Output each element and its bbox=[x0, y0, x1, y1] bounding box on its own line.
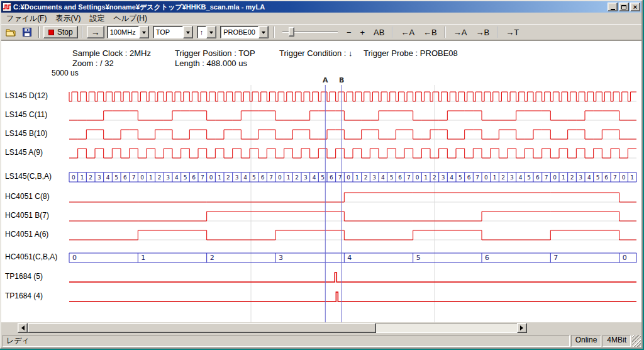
svg-text:2: 2 bbox=[501, 174, 505, 181]
svg-text:6: 6 bbox=[467, 174, 471, 181]
svg-text:A: A bbox=[323, 76, 328, 84]
sample-clock-select[interactable]: 100MHz bbox=[107, 26, 149, 38]
scrollbar-track[interactable] bbox=[376, 323, 517, 333]
svg-text:2: 2 bbox=[570, 174, 574, 181]
chevron-down-icon[interactable] bbox=[139, 26, 149, 38]
menu-help[interactable]: ヘルプ(H) bbox=[109, 13, 152, 25]
status-message: レディ bbox=[3, 335, 570, 347]
toolbar: Stop → 100MHz TOP ↑ PROBE00 − + AB ←A ←B bbox=[1, 24, 641, 40]
zoom-slider-thumb[interactable] bbox=[289, 27, 294, 37]
svg-text:6: 6 bbox=[261, 174, 265, 181]
svg-text:6: 6 bbox=[536, 174, 540, 181]
sample-clock-value: 100MHz bbox=[107, 26, 139, 38]
zoom-out-button[interactable]: − bbox=[343, 26, 355, 38]
open-button[interactable] bbox=[3, 26, 18, 38]
svg-text:4: 4 bbox=[347, 254, 352, 262]
svg-text:3: 3 bbox=[97, 174, 101, 181]
close-button[interactable]: × bbox=[630, 3, 640, 11]
chevron-down-icon[interactable] bbox=[206, 26, 216, 38]
status-bar: レディ Online 4MBit bbox=[1, 334, 641, 347]
svg-text:0: 0 bbox=[623, 254, 627, 262]
app-icon bbox=[3, 3, 11, 11]
svg-text:1: 1 bbox=[493, 174, 497, 181]
run-button[interactable]: → bbox=[87, 26, 104, 38]
svg-text:1: 1 bbox=[562, 174, 565, 181]
svg-text:3: 3 bbox=[304, 174, 308, 181]
scroll-right-button[interactable] bbox=[517, 323, 527, 333]
goto-marker-a-right-button[interactable]: →A bbox=[450, 26, 471, 38]
svg-text:6: 6 bbox=[485, 254, 489, 262]
svg-text:6: 6 bbox=[398, 174, 402, 181]
svg-text:1: 1 bbox=[80, 174, 84, 181]
svg-text:0: 0 bbox=[484, 174, 488, 181]
stop-button-label: Stop bbox=[57, 28, 73, 37]
scroll-left-button[interactable] bbox=[18, 323, 28, 333]
menu-bar: ファイル(F) 表示(V) 設定 ヘルプ(H) bbox=[1, 13, 641, 24]
chevron-down-icon[interactable] bbox=[258, 26, 269, 38]
svg-text:7: 7 bbox=[201, 174, 204, 181]
toolbar-separator bbox=[274, 26, 275, 38]
status-memory: 4MBit bbox=[602, 335, 631, 347]
app-window: C:¥Documents and Settings¥noname¥デスクトップ¥… bbox=[0, 0, 643, 349]
svg-text:3: 3 bbox=[372, 174, 376, 181]
svg-text:0: 0 bbox=[140, 174, 144, 181]
zoom-slider[interactable] bbox=[281, 26, 339, 38]
trigger-probe-value: PROBE00 bbox=[220, 26, 258, 38]
svg-text:0: 0 bbox=[622, 174, 626, 181]
svg-text:6: 6 bbox=[192, 174, 196, 181]
chevron-down-icon[interactable] bbox=[183, 26, 193, 38]
svg-text:2: 2 bbox=[364, 174, 368, 181]
zoom-in-button[interactable]: + bbox=[357, 26, 369, 38]
svg-text:4: 4 bbox=[519, 174, 523, 181]
svg-text:5: 5 bbox=[527, 174, 531, 181]
svg-text:3: 3 bbox=[579, 174, 582, 181]
svg-text:7: 7 bbox=[407, 174, 411, 181]
svg-text:2: 2 bbox=[158, 174, 162, 181]
minimize-button[interactable] bbox=[608, 3, 618, 11]
goto-marker-b-right-button[interactable]: →B bbox=[472, 26, 493, 38]
goto-marker-a-left-button[interactable]: ←A bbox=[397, 26, 418, 38]
svg-text:6: 6 bbox=[123, 174, 127, 181]
svg-text:0: 0 bbox=[278, 174, 282, 181]
stop-button[interactable]: Stop bbox=[43, 26, 78, 38]
menu-file[interactable]: ファイル(F) bbox=[2, 13, 51, 25]
window-title: C:¥Documents and Settings¥noname¥デスクトップ¥… bbox=[13, 3, 606, 12]
goto-marker-b-left-button[interactable]: ←B bbox=[419, 26, 441, 38]
horizontal-scrollbar[interactable] bbox=[18, 323, 527, 333]
menu-view[interactable]: 表示(V) bbox=[51, 13, 85, 25]
resize-grip-icon[interactable] bbox=[632, 335, 641, 347]
toolbar-separator bbox=[38, 26, 40, 38]
svg-text:0: 0 bbox=[72, 254, 77, 262]
save-button[interactable] bbox=[19, 26, 35, 38]
ab-range-button[interactable]: AB bbox=[370, 26, 388, 38]
stop-icon bbox=[48, 30, 54, 35]
trigger-position-select[interactable]: TOP bbox=[153, 26, 193, 38]
triangle-left-icon bbox=[19, 325, 25, 330]
svg-text:5: 5 bbox=[114, 174, 118, 181]
open-folder-icon bbox=[6, 28, 16, 37]
svg-text:4: 4 bbox=[243, 174, 247, 181]
window-controls: × bbox=[608, 3, 640, 11]
toolbar-separator bbox=[392, 26, 393, 38]
scrollbar-thumb[interactable] bbox=[28, 323, 376, 333]
svg-text:1: 1 bbox=[218, 174, 221, 181]
svg-text:2: 2 bbox=[295, 174, 299, 181]
trigger-probe-select[interactable]: PROBE00 bbox=[220, 26, 269, 38]
svg-text:1: 1 bbox=[141, 254, 145, 262]
menu-settings[interactable]: 設定 bbox=[85, 13, 109, 25]
svg-text:2: 2 bbox=[89, 174, 92, 181]
svg-text:7: 7 bbox=[338, 174, 342, 181]
maximize-button[interactable] bbox=[619, 3, 629, 11]
waveform-plot[interactable]: 0123456701234567012345670123456701234567… bbox=[1, 41, 641, 322]
svg-text:7: 7 bbox=[475, 174, 479, 181]
svg-text:1: 1 bbox=[424, 174, 428, 181]
svg-text:7: 7 bbox=[132, 174, 136, 181]
svg-text:1: 1 bbox=[149, 174, 153, 181]
trigger-edge-select[interactable]: ↑ bbox=[197, 26, 217, 38]
svg-text:1: 1 bbox=[287, 174, 291, 181]
svg-text:B: B bbox=[339, 76, 344, 84]
svg-text:3: 3 bbox=[510, 174, 514, 181]
goto-trigger-button[interactable]: →T bbox=[502, 26, 523, 38]
svg-text:5: 5 bbox=[321, 174, 325, 181]
svg-text:5: 5 bbox=[390, 174, 394, 181]
